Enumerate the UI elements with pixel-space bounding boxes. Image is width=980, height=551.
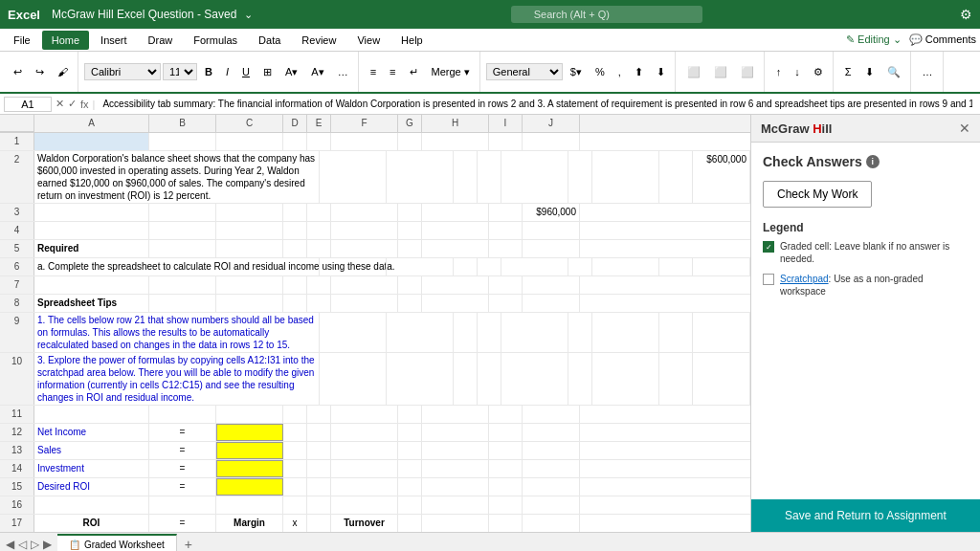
grid-cell[interactable] [489,222,523,239]
grid-cell[interactable] [320,151,387,203]
redo-button[interactable]: ↪ [30,64,50,80]
grid-cell[interactable] [568,151,592,203]
grid-cell[interactable] [34,204,149,221]
grid-cell[interactable]: $960,000 [523,204,580,221]
sheet-tab-graded-worksheet[interactable]: 📋 Graded Worksheet [57,534,177,551]
grid-cell[interactable] [34,222,149,239]
grid-cell[interactable] [149,204,216,221]
delete-cells-button[interactable]: ↓ [789,64,806,79]
format-painter-button[interactable]: 🖌 [52,64,74,79]
grid-cell[interactable] [693,258,750,276]
grid-cell[interactable] [283,240,307,257]
grid-cell[interactable]: 1. The cells below row 21 that show numb… [34,313,320,352]
grid-cell[interactable] [478,258,501,276]
sheet-nav-next[interactable]: ▷ [31,538,39,551]
grid-cell[interactable] [216,133,283,150]
grid-cell[interactable] [283,222,307,239]
grid-cell[interactable] [149,406,216,423]
grid-cell[interactable] [501,151,568,203]
format-as-table-button[interactable]: ⬜ [708,64,733,80]
grid-cell[interactable] [331,460,398,477]
grid-cell[interactable] [307,406,331,423]
underline-button[interactable]: U [236,64,256,79]
grid-cell[interactable] [523,424,580,441]
more-font-button[interactable]: … [332,64,354,79]
grid-cell[interactable] [422,424,489,441]
grid-cell[interactable] [659,353,693,405]
grid-cell[interactable] [34,133,149,150]
grid-cell[interactable] [489,478,523,496]
number-format-select[interactable]: General [486,63,563,80]
grid-cell[interactable] [283,496,307,514]
grid-cell[interactable] [34,276,149,294]
grid-cell[interactable] [216,478,283,496]
grid-cell[interactable] [489,442,523,459]
autosum-button[interactable]: Σ [839,64,858,79]
formula-check-icon[interactable]: ✕ [56,98,64,110]
grid-cell[interactable]: ROI [34,515,149,532]
grid-cell[interactable] [331,478,398,496]
grid-cell[interactable] [422,515,489,532]
grid-cell[interactable] [307,133,331,150]
sheet-nav-left[interactable]: ◀ [6,538,14,551]
grid-cell[interactable] [523,478,580,496]
grid-cell[interactable] [398,240,422,257]
col-header-e[interactable]: E [307,115,331,132]
comments-button[interactable]: 💬 Comments [909,33,976,46]
grid-cell[interactable] [592,151,659,203]
grid-cell[interactable] [307,442,331,459]
grid-cell[interactable]: Net Income [34,424,149,441]
grid-cell[interactable] [398,222,422,239]
grid-cell[interactable] [149,276,216,294]
grid-cell[interactable] [398,424,422,441]
grid-cell[interactable] [523,276,580,294]
grid-cell[interactable] [283,478,307,496]
grid-cell[interactable] [387,151,454,203]
grid-cell[interactable] [501,353,568,405]
grid-cell[interactable] [387,353,454,405]
sheet-nav-prev[interactable]: ◁ [18,538,27,551]
tab-help[interactable]: Help [391,31,433,50]
grid-cell[interactable] [320,313,387,352]
grid-cell[interactable] [478,353,501,405]
grid-cell[interactable] [398,295,422,312]
grid-cell[interactable] [216,424,283,441]
grid-cell[interactable] [149,496,216,514]
grid-cell[interactable] [523,240,580,257]
more-button[interactable]: … [917,64,939,79]
grid-cell[interactable] [422,295,489,312]
formula-fn-icon[interactable]: fx [80,99,89,110]
grid-cell[interactable] [320,353,387,405]
info-icon[interactable]: i [866,155,880,168]
grid-cell[interactable] [659,313,693,352]
currency-button[interactable]: $▾ [565,64,588,80]
grid-cell[interactable] [454,151,478,203]
conditional-format-button[interactable]: ⬜ [681,64,706,80]
grid-cell[interactable] [149,222,216,239]
grid-cell[interactable]: Desired ROI [34,478,149,496]
grid-cell[interactable] [501,258,568,276]
grid-cell[interactable] [501,313,568,352]
grid-cell[interactable] [283,406,307,423]
grid-cell[interactable] [216,460,283,477]
grid-cell[interactable] [307,222,331,239]
grid-cell[interactable] [34,406,149,423]
grid-cell[interactable] [398,460,422,477]
grid-cell[interactable] [478,151,501,203]
grid-cell[interactable]: Sales [34,442,149,459]
grid-cell[interactable] [307,460,331,477]
grid-cell[interactable] [149,133,216,150]
tab-draw[interactable]: Draw [139,31,183,50]
wrap-text-button[interactable]: ↵ [404,64,424,80]
grid-cell[interactable] [331,133,398,150]
grid-cell[interactable] [283,295,307,312]
search-input[interactable] [511,6,702,23]
tab-insert[interactable]: Insert [91,31,137,50]
grid-cell[interactable] [216,406,283,423]
grid-cell[interactable] [398,406,422,423]
grid-cell[interactable] [307,240,331,257]
grid-cell[interactable] [283,460,307,477]
grid-cell[interactable] [454,313,478,352]
decrease-decimal-button[interactable]: ⬇ [651,64,671,80]
grid-cell[interactable] [422,478,489,496]
